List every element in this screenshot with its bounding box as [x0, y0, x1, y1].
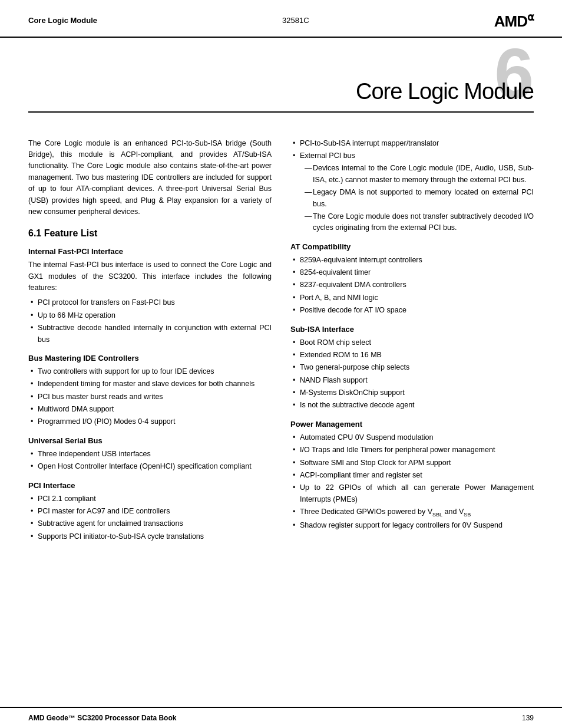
subsection-title-fast-pci: Internal Fast-PCI Interface: [28, 247, 272, 256]
list-item: Two general-purpose chip selects: [290, 362, 534, 373]
fast-pci-intro: The internal Fast-PCI bus interface is u…: [28, 259, 272, 294]
list-item: Independent timing for master and slave …: [28, 378, 272, 390]
section-title: 6.1 Feature List: [28, 228, 272, 239]
chapter-heading-area: 6 Core Logic Module: [0, 38, 562, 126]
subsection-title-sub-isa: Sub-ISA Interface: [290, 325, 534, 334]
page: Core Logic Module 32581C AMD⍺ 6 Core Log…: [0, 0, 562, 728]
at-list: 8259A-equivalent interrupt controllers 8…: [290, 255, 534, 317]
intro-paragraph: The Core Logic module is an enhanced PCI…: [28, 138, 272, 218]
sub-list-item: Legacy DMA is not supported to memory lo…: [300, 187, 534, 210]
subsection-title-ide: Bus Mastering IDE Controllers: [28, 354, 272, 363]
right-column: PCI-to-Sub-ISA interrupt mapper/translat…: [290, 138, 534, 695]
list-item: PCI protocol for transfers on Fast-PCI b…: [28, 297, 272, 308]
subsection-title-usb: Universal Serial Bus: [28, 436, 272, 445]
list-item: Shadow register support for legacy contr…: [290, 520, 534, 531]
list-item: PCI master for AC97 and IDE controllers: [28, 506, 272, 517]
list-item: Programmed I/O (PIO) Modes 0-4 support: [28, 416, 272, 427]
power-list: Automated CPU 0V Suspend modulation I/O …: [290, 432, 534, 532]
subsection-title-power: Power Management: [290, 420, 534, 429]
fast-pci-list: PCI protocol for transfers on Fast-PCI b…: [28, 297, 272, 345]
list-item: PCI bus master burst reads and writes: [28, 391, 272, 403]
chapter-divider: [28, 111, 534, 113]
list-item: ACPI-compliant timer and register set: [290, 470, 534, 481]
ide-list: Two controllers with support for up to f…: [28, 366, 272, 428]
external-pci-sub-list: Devices internal to the Core Logic modul…: [300, 163, 534, 233]
header-doc-number: 32581C: [282, 16, 309, 25]
chapter-title: Core Logic Module: [356, 79, 534, 109]
list-item-external-pci: External PCI bus Devices internal to the…: [290, 150, 534, 234]
list-item: Subtractive agent for unclaimed transact…: [28, 518, 272, 529]
list-item: Automated CPU 0V Suspend modulation: [290, 432, 534, 443]
list-item: Positive decode for AT I/O space: [290, 305, 534, 316]
page-header: Core Logic Module 32581C AMD⍺: [0, 0, 562, 38]
list-item: Subtractive decode handled internally in…: [28, 322, 272, 345]
list-item: Open Host Controller Interface (OpenHCI)…: [28, 461, 272, 472]
list-item: Multiword DMA support: [28, 404, 272, 415]
subsection-title-at: AT Compatibility: [290, 242, 534, 251]
list-item: Two controllers with support for up to f…: [28, 366, 272, 377]
list-item: 8254-equivalent timer: [290, 267, 534, 278]
usb-list: Three independent USB interfaces Open Ho…: [28, 449, 272, 473]
sub-list-item: The Core Logic module does not transfer …: [300, 211, 534, 234]
header-logo: AMD⍺: [494, 11, 534, 31]
list-item: Up to 66 MHz operation: [28, 310, 272, 321]
footer-doc-title: AMD Geode™ SC3200 Processor Data Book: [28, 714, 176, 722]
page-footer: AMD Geode™ SC3200 Processor Data Book 13…: [0, 707, 562, 728]
list-item: Up to 22 GPIOs of which all can generate…: [290, 482, 534, 505]
pci-list: PCI 2.1 compliant PCI master for AC97 an…: [28, 493, 272, 543]
list-item: Three independent USB interfaces: [28, 449, 272, 460]
list-item: PCI 2.1 compliant: [28, 493, 272, 505]
subsection-title-pci: PCI Interface: [28, 481, 272, 490]
list-item: NAND Flash support: [290, 375, 534, 386]
list-item: Three Dedicated GPWIOs powered by VSBL a…: [290, 506, 534, 519]
list-item: Is not the subtractive decode agent: [290, 400, 534, 411]
main-content: The Core Logic module is an enhanced PCI…: [0, 126, 562, 707]
sub-list-item: Devices internal to the Core Logic modul…: [300, 163, 534, 186]
list-item: Extended ROM to 16 MB: [290, 350, 534, 361]
footer-page-number: 139: [522, 714, 534, 722]
list-item: Port A, B, and NMI logic: [290, 292, 534, 304]
list-item: Software SMI and Stop Clock for APM supp…: [290, 457, 534, 469]
list-item: PCI-to-Sub-ISA interrupt mapper/translat…: [290, 138, 534, 149]
list-item: I/O Traps and Idle Timers for peripheral…: [290, 444, 534, 456]
list-item: Supports PCI initiator-to-Sub-ISA cycle …: [28, 531, 272, 542]
top-bullets: PCI-to-Sub-ISA interrupt mapper/translat…: [290, 138, 534, 234]
left-column: The Core Logic module is an enhanced PCI…: [28, 138, 272, 695]
list-item: M-Systems DiskOnChip support: [290, 387, 534, 398]
list-item: 8237-equivalent DMA controllers: [290, 279, 534, 291]
header-section-title: Core Logic Module: [28, 16, 97, 25]
list-item: 8259A-equivalent interrupt controllers: [290, 255, 534, 266]
list-item: Boot ROM chip select: [290, 337, 534, 348]
sub-isa-list: Boot ROM chip select Extended ROM to 16 …: [290, 337, 534, 411]
